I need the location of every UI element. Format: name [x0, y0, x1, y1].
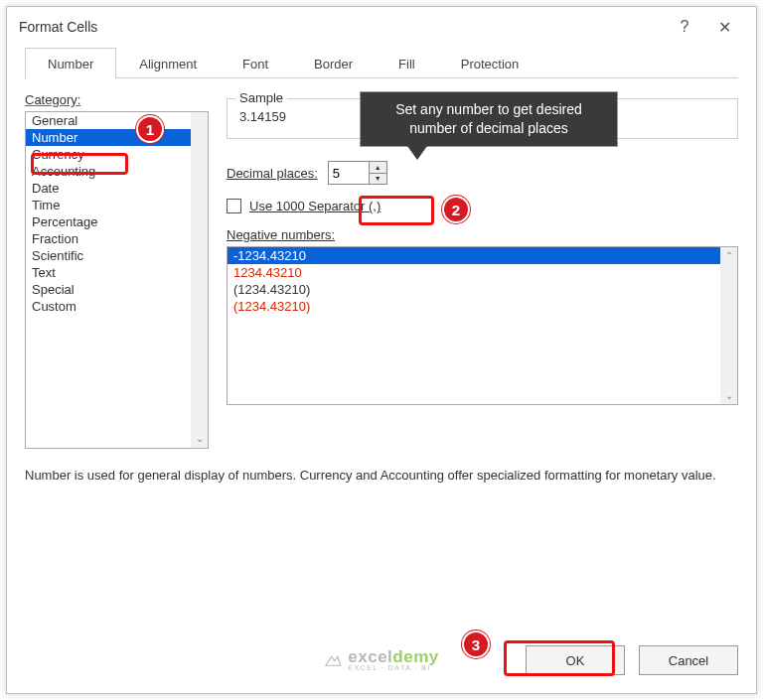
negative-numbers-list[interactable]: -1234.432101234.43210(1234.43210)(1234.4…	[227, 246, 738, 405]
category-item[interactable]: Text	[26, 264, 208, 281]
tab-border[interactable]: Border	[291, 48, 376, 79]
category-item[interactable]: Percentage	[26, 213, 208, 230]
description-text: Number is used for general display of nu…	[7, 449, 756, 485]
thousand-separator-label: Use 1000 Separator (,)	[249, 199, 381, 213]
category-item[interactable]: Number	[26, 129, 208, 146]
decimal-places-label: Decimal places:	[227, 166, 318, 181]
category-item[interactable]: Fraction	[26, 230, 208, 247]
category-item[interactable]: Scientific	[26, 247, 208, 264]
category-label: Category:	[25, 92, 209, 107]
category-item[interactable]: Time	[26, 197, 208, 213]
category-item[interactable]: Currency	[26, 146, 208, 163]
close-button[interactable]: ✕	[704, 12, 744, 42]
negative-number-item[interactable]: -1234.43210	[228, 247, 720, 264]
titlebar: Format Cells ? ✕	[7, 7, 756, 47]
category-item[interactable]: Custom	[26, 298, 208, 315]
negative-number-item[interactable]: 1234.43210	[228, 264, 720, 281]
spinner-down-icon[interactable]: ▼	[370, 174, 386, 185]
dialog-title: Format Cells	[19, 19, 665, 35]
category-item[interactable]: Special	[26, 281, 208, 298]
scrollbar[interactable]: ⌃⌄	[720, 247, 737, 404]
annotation-marker-3: 3	[462, 630, 490, 658]
thousand-separator-checkbox[interactable]	[227, 199, 241, 213]
tab-alignment[interactable]: Alignment	[116, 48, 220, 79]
tab-fill[interactable]: Fill	[376, 48, 438, 79]
watermark: exceldemy EXCEL · DATA · BI	[324, 648, 438, 671]
negative-number-item[interactable]: (1234.43210)	[228, 281, 720, 298]
category-item[interactable]: Date	[26, 180, 208, 197]
annotation-marker-2: 2	[442, 196, 470, 223]
sample-legend: Sample	[235, 90, 287, 105]
exceldemy-logo-icon	[324, 653, 342, 667]
annotation-callout: Set any number to get desired number of …	[360, 91, 618, 147]
tabs: NumberAlignmentFontBorderFillProtection	[25, 47, 738, 78]
negative-number-item[interactable]: (1234.43210)	[228, 298, 720, 315]
category-item[interactable]: General	[26, 112, 208, 129]
help-button[interactable]: ?	[665, 12, 704, 42]
tab-number[interactable]: Number	[25, 48, 116, 79]
category-item[interactable]: Accounting	[26, 163, 208, 180]
ok-button[interactable]: OK	[526, 645, 625, 675]
negative-numbers-label: Negative numbers:	[227, 227, 738, 242]
decimal-places-input[interactable]	[329, 162, 369, 184]
tab-font[interactable]: Font	[220, 48, 291, 79]
category-list[interactable]: GeneralNumberCurrencyAccountingDateTimeP…	[25, 111, 209, 449]
decimal-places-spinner[interactable]: ▲ ▼	[328, 161, 387, 185]
scrollbar[interactable]: ⌄	[191, 112, 208, 448]
format-cells-dialog: Format Cells ? ✕ NumberAlignmentFontBord…	[6, 6, 757, 694]
tab-protection[interactable]: Protection	[438, 48, 542, 79]
spinner-up-icon[interactable]: ▲	[370, 162, 386, 174]
annotation-marker-1: 1	[136, 115, 164, 143]
cancel-button[interactable]: Cancel	[639, 645, 738, 675]
